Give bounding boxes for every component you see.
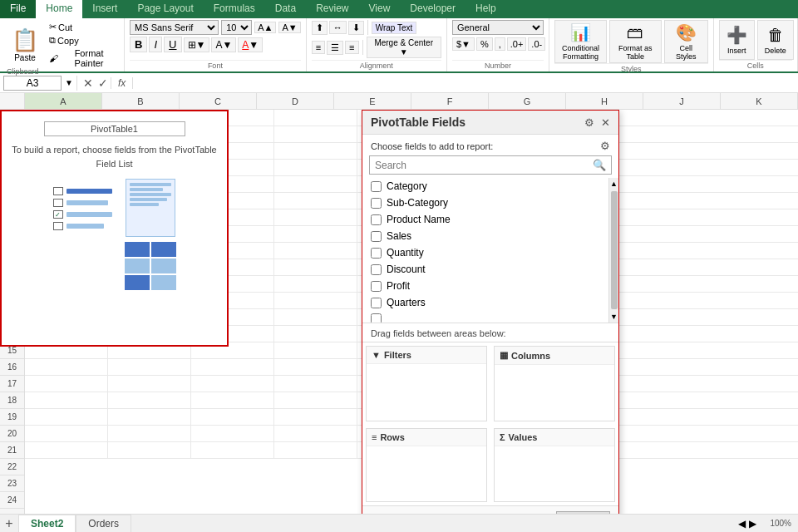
underline-button[interactable]: U bbox=[164, 37, 181, 52]
pivot-close-button[interactable]: ✕ bbox=[601, 116, 610, 129]
merge-center-button[interactable]: Merge & Center ▼ bbox=[367, 37, 441, 58]
pivot-area-values-content[interactable] bbox=[495, 446, 614, 502]
scroll-up-btn[interactable]: ▲ bbox=[608, 178, 618, 190]
col-header-a[interactable]: A bbox=[25, 93, 102, 109]
filters-icon: ▼ bbox=[372, 350, 381, 360]
tab-review[interactable]: Review bbox=[306, 0, 358, 18]
increase-font-button[interactable]: A▲ bbox=[254, 22, 276, 33]
field-item-quantity[interactable]: Quantity bbox=[362, 244, 618, 261]
copy-button[interactable]: ⧉ Copy bbox=[47, 34, 121, 47]
col-header-e[interactable]: E bbox=[334, 93, 411, 109]
tab-insert[interactable]: Insert bbox=[82, 0, 127, 18]
row-num-19: 19 bbox=[0, 409, 24, 426]
number-format-select[interactable]: General bbox=[452, 20, 544, 35]
col-header-f[interactable]: F bbox=[411, 93, 489, 109]
cell-styles-button[interactable]: 🎨 Cell Styles bbox=[664, 20, 708, 63]
align-bottom-button[interactable]: ⬇ bbox=[348, 21, 364, 35]
field-item-sales[interactable]: Sales bbox=[362, 228, 618, 244]
increase-decimal-button[interactable]: .0+ bbox=[507, 37, 527, 51]
col-header-j[interactable]: J bbox=[643, 93, 721, 109]
field-item-more[interactable] bbox=[362, 311, 618, 323]
decrease-decimal-button[interactable]: .0- bbox=[528, 37, 545, 51]
font-size-select[interactable]: 10 bbox=[221, 20, 252, 35]
align-middle-button[interactable]: ↔ bbox=[329, 21, 347, 34]
delete-icon: 🗑 bbox=[767, 26, 784, 45]
font-color-button[interactable]: A▼ bbox=[238, 37, 263, 52]
cut-button[interactable]: ✂ Cut bbox=[47, 21, 121, 33]
percent-button[interactable]: % bbox=[476, 37, 493, 51]
tab-page-layout[interactable]: Page Layout bbox=[127, 0, 203, 18]
border-button[interactable]: ⊞▼ bbox=[184, 37, 210, 52]
format-table-icon: 🗃 bbox=[627, 23, 643, 42]
format-painter-button[interactable]: 🖌 Format Painter bbox=[47, 47, 121, 69]
tab-help[interactable]: Help bbox=[466, 0, 506, 18]
col-header-b[interactable]: B bbox=[102, 93, 180, 109]
confirm-formula-icon[interactable]: ✓ bbox=[96, 76, 111, 90]
scroll-left-tab-button[interactable]: ◀ bbox=[738, 518, 746, 530]
pivot-area-filters: ▼ Filters bbox=[366, 346, 487, 421]
wrap-text-button[interactable]: Wrap Text bbox=[372, 22, 417, 34]
tabs-bar: File Home Insert Page Layout Formulas Da… bbox=[0, 0, 798, 18]
italic-button[interactable]: I bbox=[149, 37, 162, 52]
pivot-gear-icon[interactable]: ⚙ bbox=[600, 140, 610, 152]
pivot-area-columns-content[interactable] bbox=[495, 365, 614, 421]
cancel-formula-icon[interactable]: ✕ bbox=[81, 76, 96, 90]
pivot-title-box[interactable] bbox=[44, 121, 185, 136]
conditional-icon: 📊 bbox=[570, 22, 591, 42]
col-header-c[interactable]: C bbox=[180, 93, 257, 109]
paste-icon: 📋 bbox=[12, 27, 38, 53]
add-sheet-button[interactable]: + bbox=[0, 515, 18, 533]
conditional-formatting-button[interactable]: 📊 Conditional Formatting bbox=[554, 20, 607, 63]
insert-button[interactable]: ➕ Insert bbox=[719, 20, 755, 60]
tab-data[interactable]: Data bbox=[265, 0, 306, 18]
field-item-category[interactable]: Category bbox=[362, 178, 618, 195]
fx-icon[interactable]: fx bbox=[111, 77, 133, 89]
pivot-panel-subheader: Choose fields to add to report: ⚙ bbox=[362, 135, 618, 155]
col-header-k[interactable]: K bbox=[721, 93, 798, 109]
font-name-select[interactable]: MS Sans Serif bbox=[130, 20, 219, 35]
tab-developer[interactable]: Developer bbox=[400, 0, 466, 18]
col-header-d[interactable]: D bbox=[257, 93, 334, 109]
paste-button[interactable]: 📋 Paste bbox=[8, 26, 42, 64]
scroll-right-tab-button[interactable]: ▶ bbox=[749, 518, 756, 530]
pivot-settings-icon[interactable]: ⚙ bbox=[584, 116, 594, 129]
scroll-down-btn[interactable]: ▼ bbox=[608, 311, 618, 323]
tab-formulas[interactable]: Formulas bbox=[204, 0, 265, 18]
tab-view[interactable]: View bbox=[359, 0, 401, 18]
fill-color-button[interactable]: A▼ bbox=[211, 37, 236, 52]
field-item-product-name[interactable]: Product Name bbox=[362, 211, 618, 228]
field-item-quarters[interactable]: Quarters bbox=[362, 294, 618, 311]
align-left-button[interactable]: ≡ bbox=[312, 41, 325, 54]
tab-file[interactable]: File bbox=[0, 0, 36, 18]
field-item-discount[interactable]: Discount bbox=[362, 261, 618, 278]
align-top-button[interactable]: ⬆ bbox=[312, 21, 328, 35]
name-box-dropdown-icon[interactable]: ▼ bbox=[65, 78, 73, 87]
sheet-tab-sheet2[interactable]: Sheet2 bbox=[18, 515, 76, 532]
decrease-font-button[interactable]: A▼ bbox=[278, 22, 300, 33]
column-headers: A B C D E F G H J K bbox=[0, 93, 798, 110]
pivot-area-filters-content[interactable] bbox=[367, 364, 486, 421]
cell-d3[interactable] bbox=[274, 143, 357, 159]
comma-button[interactable]: , bbox=[495, 37, 505, 51]
pivot-table-placeholder: To build a report, choose fields from th… bbox=[0, 110, 229, 347]
tab-home[interactable]: Home bbox=[36, 0, 82, 18]
pivot-area-rows-content[interactable] bbox=[367, 446, 486, 502]
formula-input[interactable] bbox=[133, 77, 798, 89]
cells-group: ➕ Insert 🗑 Delete Cells bbox=[714, 18, 798, 71]
bold-button[interactable]: B bbox=[130, 37, 147, 52]
col-header-h[interactable]: H bbox=[566, 93, 643, 109]
format-as-table-button[interactable]: 🗃 Format as Table bbox=[609, 20, 662, 63]
align-center-button[interactable]: ☰ bbox=[327, 41, 343, 55]
field-item-subcategory[interactable]: Sub-Category bbox=[362, 195, 618, 211]
cell-d1[interactable] bbox=[274, 110, 357, 126]
sheet-tab-orders[interactable]: Orders bbox=[76, 515, 131, 532]
name-box[interactable] bbox=[3, 76, 62, 91]
delete-button[interactable]: 🗑 Delete bbox=[757, 20, 794, 60]
pivot-search-input[interactable] bbox=[370, 157, 588, 174]
col-header-g[interactable]: G bbox=[489, 93, 566, 109]
align-right-button[interactable]: ≡ bbox=[345, 41, 358, 54]
field-item-profit[interactable]: Profit bbox=[362, 278, 618, 294]
alignment-group-label: Alignment bbox=[312, 60, 441, 70]
currency-button[interactable]: $▼ bbox=[452, 37, 475, 51]
cell-d2[interactable] bbox=[274, 126, 357, 142]
